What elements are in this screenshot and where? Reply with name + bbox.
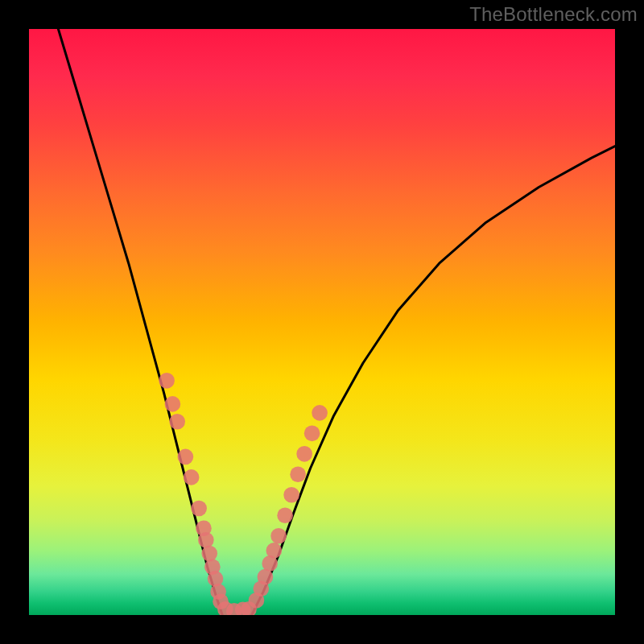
chart-frame: TheBottleneck.com [0, 0, 644, 644]
watermark-text: TheBottleneck.com [469, 3, 638, 26]
plot-background-gradient [29, 29, 615, 615]
